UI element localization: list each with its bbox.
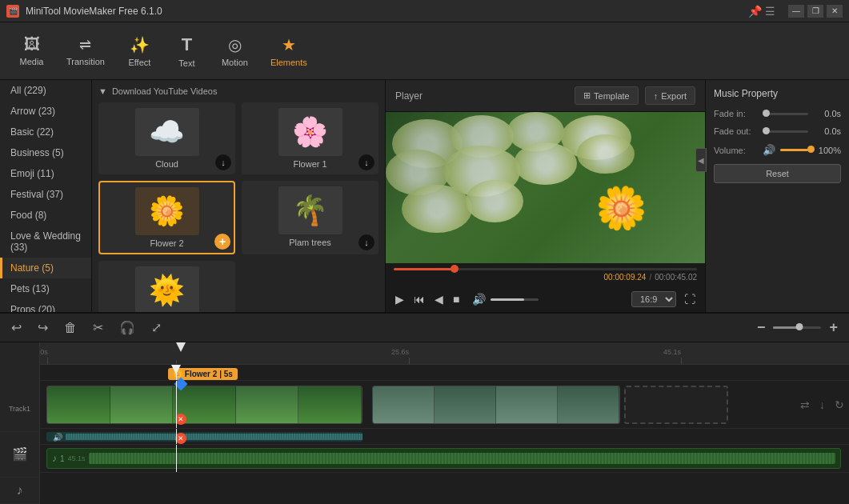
volume-slider[interactable]	[491, 298, 539, 301]
sidebar-item-love[interactable]: Love & Wedding (33)	[0, 226, 91, 258]
fade-out-slider[interactable]	[763, 130, 808, 133]
music-clip[interactable]: ♪ 1 45.1s	[46, 448, 841, 469]
minimize-button[interactable]: —	[788, 5, 804, 18]
second-video-clip[interactable]	[372, 386, 620, 424]
close-button[interactable]: ✕	[827, 5, 843, 18]
playhead	[176, 365, 177, 380]
sidebar-item-all[interactable]: All (229)	[0, 80, 91, 101]
timeline-content: Track1 🎬 ♪ 0s	[0, 342, 849, 504]
sidebar-item-festival[interactable]: Festival (37)	[0, 184, 91, 205]
fade-in-label: Fade in:	[714, 109, 758, 118]
crop-button[interactable]: ⤢	[148, 318, 165, 337]
zoom-in-button[interactable]: +	[826, 318, 841, 338]
aspect-ratio-select[interactable]: 16:9 9:16 1:1	[631, 291, 676, 307]
restore-button[interactable]: ❐	[807, 5, 823, 18]
music-duration: 45.1s	[68, 454, 86, 462]
fade-in-row: Fade in: 0.0s	[714, 109, 841, 118]
split-button[interactable]: ✂	[90, 318, 106, 337]
fade-out-row: Fade out: 0.0s	[714, 126, 841, 136]
player-actions: ⊞ Template ↑ Export	[575, 86, 695, 105]
audio-button[interactable]: 🎧	[116, 318, 138, 337]
toolbar: 🖼 Media ⇌ Transition ✨ Effect T Text ◎ M…	[0, 22, 849, 80]
playhead-music	[176, 445, 177, 472]
music-property-title: Music Property	[714, 88, 841, 99]
volume-fill	[491, 298, 524, 301]
fade-in-value: 0.0s	[813, 109, 841, 118]
volume-property-slider[interactable]	[780, 149, 808, 151]
template-button[interactable]: ⊞ Template	[575, 86, 639, 105]
element-palmtrees[interactable]: 🌴 Plam trees ↓	[242, 181, 378, 254]
toolbar-text[interactable]: T Text	[165, 30, 209, 73]
element-flower1-thumb: 🌸	[278, 108, 342, 156]
play-button[interactable]: ▶	[394, 291, 406, 307]
sidebar: All (229) Arrow (23) Basic (22) Business…	[0, 80, 92, 312]
media-icon: 🖼	[24, 35, 40, 54]
volume-label: Volume:	[714, 146, 758, 155]
main-area: All (229) Arrow (23) Basic (22) Business…	[0, 80, 849, 312]
toolbar-elements[interactable]: ★ Elements	[261, 30, 317, 72]
download-youtube-link[interactable]: ▼ Download YouTube Videos	[98, 86, 378, 96]
zoom-out-button[interactable]: −	[754, 318, 769, 338]
music-waveform	[89, 453, 835, 464]
element-sun[interactable]: 🌞 Sun ↓	[98, 261, 235, 312]
sidebar-item-basic[interactable]: Basic (22)	[0, 122, 91, 142]
time-current: 00:00:09.24	[604, 273, 647, 282]
player-header: Player ⊞ Template ↑ Export	[386, 80, 705, 112]
window-controls: — ❐ ✕	[788, 5, 843, 18]
titlebar: 🎬 MiniTool MovieMaker Free 6.1.0 📌 ☰ — ❐…	[0, 0, 849, 22]
track-download-icon[interactable]: ↓	[818, 397, 827, 413]
player-area: Player ⊞ Template ↑ Export	[385, 80, 705, 312]
toolbar-motion[interactable]: ◎ Motion	[212, 30, 258, 72]
export-button[interactable]: ↑ Export	[645, 86, 695, 105]
menu-icon: ☰	[765, 5, 775, 18]
flower2-overlay: 🌼	[595, 184, 647, 233]
progress-fill	[394, 268, 455, 270]
track-area[interactable]: 0s 25.6s 45.1s	[40, 342, 849, 504]
reset-button[interactable]: Reset	[714, 164, 841, 183]
player-title: Player	[395, 90, 422, 102]
sidebar-item-food[interactable]: Food (8)	[0, 205, 91, 226]
element-palmtrees-thumb: 🌴	[278, 186, 342, 234]
music-row: ♪ 1 45.1s	[40, 445, 849, 473]
element-flower2[interactable]: 🌼 Flower 2 +	[98, 181, 235, 254]
element-flower2-thumb: 🌼	[135, 187, 199, 235]
playhead-track1	[176, 381, 177, 428]
sidebar-item-emoji[interactable]: Emoji (11)	[0, 163, 91, 184]
element-chip-label: Flower 2	[185, 370, 218, 378]
timeline-toolbar: ↩ ↪ 🗑 ✂ 🎧 ⤢ − +	[0, 314, 849, 342]
volume-property-value: 100%	[813, 146, 841, 155]
delete-button[interactable]: 🗑	[61, 319, 80, 337]
track-refresh-icon[interactable]: ↻	[833, 397, 846, 413]
redo-button[interactable]: ↪	[34, 318, 51, 337]
fullscreen-button[interactable]: ⛶	[683, 291, 697, 307]
progress-thumb	[451, 265, 459, 273]
elements-icon: ★	[282, 35, 296, 54]
panel-collapse-button[interactable]: ◀	[695, 148, 707, 172]
sidebar-item-props[interactable]: Props (20)	[0, 299, 91, 312]
sidebar-item-pets[interactable]: Pets (13)	[0, 278, 91, 299]
element-cloud[interactable]: ☁️ Cloud ↓	[98, 102, 235, 174]
sidebar-item-business[interactable]: Business (5)	[0, 142, 91, 163]
export-icon: ↑	[654, 91, 659, 101]
fade-in-slider[interactable]	[763, 113, 808, 115]
prev-frame-button[interactable]: ◀	[433, 291, 445, 307]
skip-start-button[interactable]: ⏮	[412, 291, 427, 307]
progress-bar[interactable]	[394, 268, 697, 270]
main-video-clip[interactable]	[46, 386, 362, 424]
flower2-add-btn[interactable]: +	[214, 234, 230, 250]
element-flower1[interactable]: 🌸 Flower 1 ↓	[242, 102, 378, 174]
volume-button[interactable]: 🔊	[471, 291, 487, 307]
sidebar-item-arrow[interactable]: Arrow (23)	[0, 101, 91, 122]
track-split-icon[interactable]: ⇄	[799, 397, 811, 413]
track-actions: ⇄ ↓ ↻	[799, 397, 846, 413]
sidebar-item-nature[interactable]: Nature (5)	[0, 258, 91, 278]
flower1-download-btn[interactable]: ↓	[358, 154, 374, 170]
toolbar-transition[interactable]: ⇌ Transition	[57, 31, 114, 71]
undo-button[interactable]: ↩	[8, 318, 25, 337]
stop-button[interactable]: ■	[451, 291, 461, 307]
toolbar-effect[interactable]: ✨ Effect	[118, 30, 162, 72]
zoom-slider[interactable]	[773, 326, 821, 329]
palmtrees-download-btn[interactable]: ↓	[358, 234, 374, 250]
cloud-download-btn[interactable]: ↓	[215, 154, 231, 170]
toolbar-media[interactable]: 🖼 Media	[10, 30, 54, 71]
